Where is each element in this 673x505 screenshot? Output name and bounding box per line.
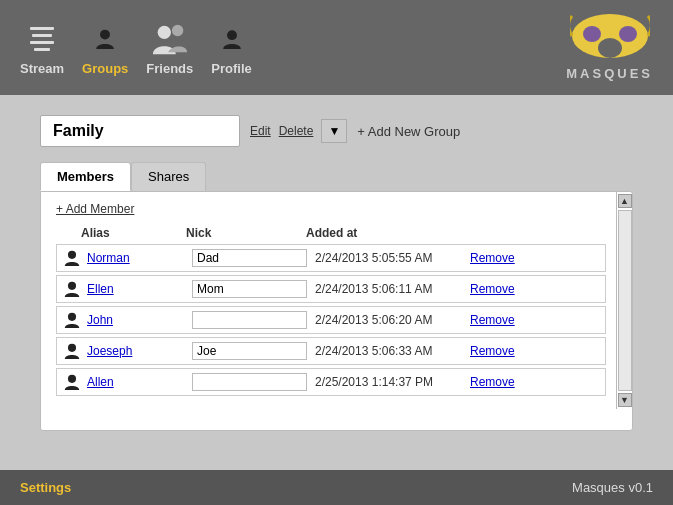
member-name[interactable]: Joeseph xyxy=(87,344,192,358)
profile-icon xyxy=(212,19,252,59)
header: Stream Groups Friends xyxy=(0,0,673,95)
member-nick-input[interactable] xyxy=(192,311,307,329)
member-remove-link[interactable]: Remove xyxy=(470,251,515,265)
scroll-down-button[interactable]: ▼ xyxy=(618,393,632,407)
table-header: Alias Nick Added at xyxy=(56,224,606,244)
member-name[interactable]: Norman xyxy=(87,251,192,265)
member-avatar xyxy=(62,372,82,392)
member-nick-input[interactable] xyxy=(192,342,307,360)
group-actions: Edit Delete ▼ xyxy=(250,119,347,143)
member-avatar xyxy=(62,341,82,361)
member-rows: Norman 2/24/2013 5:05:55 AM Remove Ellen… xyxy=(56,244,606,396)
footer: Settings Masques v0.1 xyxy=(0,470,673,505)
nav-item-groups[interactable]: Groups xyxy=(82,19,128,76)
svg-point-9 xyxy=(68,282,76,290)
table-row: Norman 2/24/2013 5:05:55 AM Remove xyxy=(56,244,606,272)
member-added-date: 2/24/2013 5:06:33 AM xyxy=(315,344,470,358)
member-added-date: 2/24/2013 5:06:20 AM xyxy=(315,313,470,327)
member-remove-link[interactable]: Remove xyxy=(470,344,515,358)
nav-label-stream: Stream xyxy=(20,61,64,76)
member-name[interactable]: Ellen xyxy=(87,282,192,296)
friends-icon xyxy=(150,19,190,59)
member-added-date: 2/25/2013 1:14:37 PM xyxy=(315,375,470,389)
member-name[interactable]: Allen xyxy=(87,375,192,389)
col-header-alias: Alias xyxy=(56,226,186,240)
member-avatar xyxy=(62,279,82,299)
svg-point-2 xyxy=(172,25,183,36)
svg-point-11 xyxy=(68,344,76,352)
col-header-added: Added at xyxy=(306,226,476,240)
member-remove-link[interactable]: Remove xyxy=(470,375,515,389)
member-remove-link[interactable]: Remove xyxy=(470,282,515,296)
nav: Stream Groups Friends xyxy=(20,19,252,76)
edit-link[interactable]: Edit xyxy=(250,124,271,138)
group-dropdown-button[interactable]: ▼ xyxy=(321,119,347,143)
col-header-nick: Nick xyxy=(186,226,306,240)
svg-point-7 xyxy=(598,38,622,58)
member-added-date: 2/24/2013 5:06:11 AM xyxy=(315,282,470,296)
nav-item-profile[interactable]: Profile xyxy=(211,19,251,76)
member-avatar xyxy=(62,248,82,268)
member-nick-input[interactable] xyxy=(192,373,307,391)
svg-point-1 xyxy=(157,26,170,39)
svg-point-8 xyxy=(68,251,76,259)
member-added-date: 2/24/2013 5:05:55 AM xyxy=(315,251,470,265)
nav-label-friends: Friends xyxy=(146,61,193,76)
svg-point-6 xyxy=(619,26,637,42)
logo: MASQUES xyxy=(566,14,653,81)
svg-point-3 xyxy=(227,30,237,40)
table-row: Ellen 2/24/2013 5:06:11 AM Remove xyxy=(56,275,606,303)
member-remove-link[interactable]: Remove xyxy=(470,313,515,327)
groups-icon xyxy=(85,19,125,59)
add-member-link[interactable]: + Add Member xyxy=(56,202,606,216)
group-name: Family xyxy=(40,115,240,147)
nav-label-profile: Profile xyxy=(211,61,251,76)
delete-link[interactable]: Delete xyxy=(279,124,314,138)
version-label: Masques v0.1 xyxy=(572,480,653,495)
svg-point-10 xyxy=(68,313,76,321)
tab-shares[interactable]: Shares xyxy=(131,162,206,191)
settings-link[interactable]: Settings xyxy=(20,480,71,495)
svg-point-0 xyxy=(100,30,110,40)
main-content: Family Edit Delete ▼ + Add New Group Mem… xyxy=(0,95,673,470)
nav-item-stream[interactable]: Stream xyxy=(20,19,64,76)
svg-point-12 xyxy=(68,375,76,383)
stream-icon xyxy=(22,19,62,59)
scroll-track xyxy=(618,210,632,391)
table-row: Allen 2/25/2013 1:14:37 PM Remove xyxy=(56,368,606,396)
scroll-up-button[interactable]: ▲ xyxy=(618,194,632,208)
nav-label-groups: Groups xyxy=(82,61,128,76)
member-nick-input[interactable] xyxy=(192,280,307,298)
table-row: Joeseph 2/24/2013 5:06:33 AM Remove xyxy=(56,337,606,365)
table-row: John 2/24/2013 5:06:20 AM Remove xyxy=(56,306,606,334)
member-avatar xyxy=(62,310,82,330)
members-panel: + Add Member Alias Nick Added at Norman … xyxy=(40,191,633,431)
scrollbar: ▲ ▼ xyxy=(616,192,632,409)
member-nick-input[interactable] xyxy=(192,249,307,267)
member-name[interactable]: John xyxy=(87,313,192,327)
tab-members[interactable]: Members xyxy=(40,162,131,191)
logo-text: MASQUES xyxy=(566,66,653,81)
add-new-group-link[interactable]: + Add New Group xyxy=(357,124,460,139)
tabs: Members Shares xyxy=(40,162,633,191)
nav-item-friends[interactable]: Friends xyxy=(146,19,193,76)
svg-point-5 xyxy=(583,26,601,42)
panel-content: + Add Member Alias Nick Added at Norman … xyxy=(56,202,606,399)
group-selector: Family Edit Delete ▼ + Add New Group xyxy=(40,115,633,147)
